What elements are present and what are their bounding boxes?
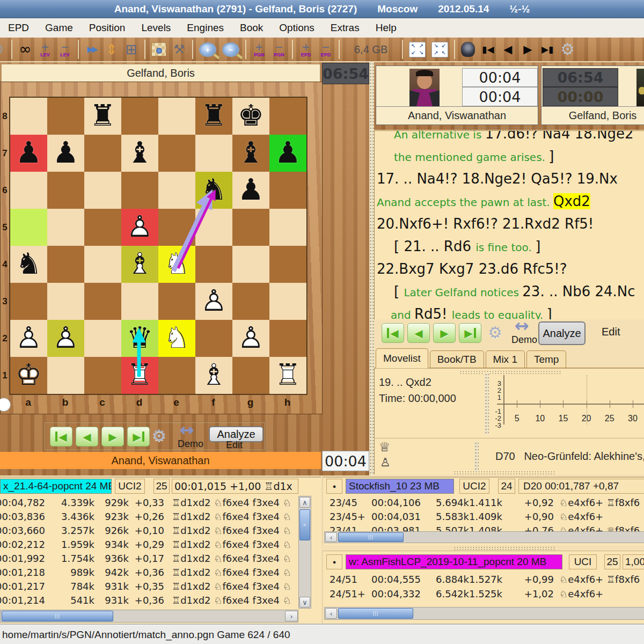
- notation-line[interactable]: [ 21. .. Rd6 is fine too. ]: [375, 236, 644, 259]
- engine-row[interactable]: 24/5100:04,5556.884k1.527k+0,99♘e4xf6+ ♖…: [323, 573, 644, 587]
- piece-wk-a1[interactable]: ♚♔: [10, 357, 47, 394]
- next-move-button[interactable]: ▶: [101, 427, 124, 447]
- square-c2[interactable]: [84, 320, 121, 357]
- fast-forward-icon[interactable]: ▶▶: [85, 44, 99, 55]
- notation-demo-arrow-icon[interactable]: ↔: [515, 320, 529, 331]
- square-g1[interactable]: [232, 357, 269, 394]
- engine-row[interactable]: 23/4500:04,1065.694k1.411k+0,92♘e4xf6+ ♖…: [323, 496, 644, 510]
- piece-br-f8[interactable]: ♜: [195, 98, 232, 135]
- engine-row[interactable]: 00:01,218989k942k+0,36♖d1xd2 ♘f6xe4 f3xe…: [0, 566, 298, 580]
- piece-wp-a2[interactable]: ♟♙: [10, 320, 47, 357]
- square-b5[interactable]: [47, 209, 84, 246]
- piece-bp-g6[interactable]: ♟: [232, 172, 269, 209]
- engine-rb-bullet[interactable]: ●: [326, 554, 342, 569]
- move-text[interactable]: ]: [548, 148, 554, 164]
- piece-wp-g2[interactable]: ♟♙: [232, 320, 269, 357]
- scroll-left-icon[interactable]: ‹: [325, 532, 337, 542]
- square-g5[interactable]: [232, 209, 269, 246]
- add-pgn-button[interactable]: +PGN: [252, 41, 266, 57]
- piece-wp-d5[interactable]: ♟♙: [121, 209, 158, 246]
- piece-wb-f1[interactable]: ♝♗: [195, 357, 232, 394]
- engine-row[interactable]: 00:03,6603.257k926k+0,10♖d1xd2 ♘f6xe4 f3…: [0, 524, 298, 538]
- notation-line[interactable]: An alternative is 17.d6!? Na4 18.Nge2: [375, 130, 644, 146]
- square-a3[interactable]: [10, 283, 47, 320]
- previous-move-button[interactable]: ◀: [407, 323, 430, 343]
- scroll-up-icon[interactable]: ∧: [299, 497, 310, 508]
- square-a8[interactable]: [10, 98, 47, 135]
- move-text[interactable]: [ 21. .. Rd6: [394, 238, 475, 254]
- settings-gear-icon[interactable]: ⚙: [560, 44, 575, 55]
- square-c1[interactable]: [84, 357, 121, 394]
- piece-wp-f3[interactable]: ♟♙: [195, 283, 232, 320]
- minimize-board-icon[interactable]: ↘↙↗↖: [431, 42, 448, 57]
- move-text[interactable]: 17.d6!? Na4 18.Nge2: [485, 130, 634, 142]
- horizontal-splitter-engines[interactable]: [453, 546, 555, 550]
- menu-position[interactable]: Position: [81, 22, 134, 34]
- notation-line[interactable]: the mentioned game arises. ]: [375, 146, 644, 169]
- square-a5[interactable]: [10, 209, 47, 246]
- move-text[interactable]: 23. .. Nb6 24.Nc: [522, 283, 635, 299]
- menu-extras[interactable]: Extras: [323, 22, 368, 34]
- engine-left-hscrollbar[interactable]: ||| ›: [0, 610, 298, 623]
- engine-row[interactable]: 23/45+00:04,0315.583k1.409k+0,90♘e4xf6+: [323, 510, 644, 524]
- notation-line[interactable]: 22.Bxg7 Kxg7 23.d6 Rfc5!?: [375, 259, 644, 281]
- add-epd-button[interactable]: +EPD: [299, 41, 313, 57]
- engine-head-icon[interactable]: [461, 42, 475, 57]
- square-e1[interactable]: [158, 357, 195, 394]
- engine-left-name[interactable]: x_21.4-64-popcnt 24 MB: [0, 479, 112, 494]
- piece-bp-h7[interactable]: ♟: [269, 135, 306, 172]
- piece-bn-a4[interactable]: ♞: [10, 246, 47, 283]
- square-c4[interactable]: [84, 246, 121, 283]
- square-g3[interactable]: [232, 283, 269, 320]
- engine-row[interactable]: 00:01,217784k931k+0,35♖d1xd2 ♘f6xe4 f3xe…: [0, 580, 298, 594]
- piece-bp-b7[interactable]: ♟: [47, 135, 84, 172]
- graph-splitter-grip[interactable]: [459, 370, 561, 374]
- square-h6[interactable]: [269, 172, 306, 209]
- tab-movelist[interactable]: Movelist: [376, 348, 428, 368]
- infinity-analysis-icon[interactable]: ∞: [18, 44, 32, 55]
- tab-booktb[interactable]: Book/TB: [430, 350, 484, 368]
- demo-label[interactable]: Demo: [178, 438, 203, 450]
- notation-line[interactable]: 20.Nxf6+! Rxf6!? 21.Rxd2 Rf5!: [375, 214, 644, 236]
- square-f4[interactable]: [195, 246, 232, 283]
- square-b6[interactable]: [47, 172, 84, 209]
- demo-arrow-icon[interactable]: ↔: [180, 425, 194, 435]
- tab-mix1[interactable]: Mix 1: [486, 350, 525, 368]
- square-e6[interactable]: [158, 172, 195, 209]
- move-text[interactable]: 20.Nxf6+! Rxf6!? 21.Rxd2 Rf5!: [377, 216, 594, 232]
- engine-rb-hscrollbar[interactable]: ‹ |||: [324, 607, 644, 620]
- square-h4[interactable]: [269, 246, 306, 283]
- menu-book[interactable]: Book: [232, 22, 271, 34]
- engine-row[interactable]: 00:03,8363.436k923k+0,26♖d1xd2 ♘f6xe4 f3…: [0, 510, 298, 524]
- edit-label[interactable]: Edit: [226, 440, 243, 451]
- menu-help[interactable]: Help: [368, 22, 405, 34]
- last-game-button[interactable]: ▶▮: [540, 44, 554, 55]
- hscroll-thumb[interactable]: |||: [338, 608, 413, 619]
- square-e7[interactable]: [158, 135, 195, 172]
- tools-icon[interactable]: ⚒: [172, 44, 186, 55]
- menu-epd[interactable]: EPD: [0, 22, 37, 34]
- zoom-in-button[interactable]: +: [199, 42, 216, 57]
- engine-rt-name[interactable]: Stockfish_10 23 MB: [346, 479, 454, 494]
- previous-game-button[interactable]: ◀: [501, 44, 515, 55]
- opening-splitter[interactable]: [474, 442, 479, 472]
- vscroll-thumb[interactable]: ≡: [299, 509, 310, 540]
- square-b8[interactable]: [47, 98, 84, 135]
- engine-rt-bullet[interactable]: ●: [326, 479, 342, 494]
- move-text[interactable]: 17. .. Na4!? 18.Nge2! Qa5!? 19.Nx: [377, 171, 618, 187]
- square-d8[interactable]: [121, 98, 158, 135]
- menu-options[interactable]: Options: [271, 22, 322, 34]
- piece-wb-d4[interactable]: ♝♗: [121, 246, 158, 283]
- next-move-button[interactable]: ▶: [433, 323, 456, 343]
- piece-wr-d1[interactable]: ♜♖: [121, 357, 158, 394]
- piece-br-c8[interactable]: ♜: [84, 98, 121, 135]
- square-h2[interactable]: [269, 320, 306, 357]
- current-move-highlight[interactable]: Qxd2: [553, 193, 590, 209]
- notation-line[interactable]: Anand accepts the pawn at last. Qxd2: [375, 191, 644, 214]
- remove-level-button[interactable]: −LEV: [58, 41, 72, 57]
- maximize-board-icon[interactable]: ↖↗↙↘: [409, 42, 426, 57]
- tab-temp[interactable]: Temp: [526, 350, 566, 368]
- square-c3[interactable]: [84, 283, 121, 320]
- square-f5[interactable]: [195, 209, 232, 246]
- square-e5[interactable]: [158, 209, 195, 246]
